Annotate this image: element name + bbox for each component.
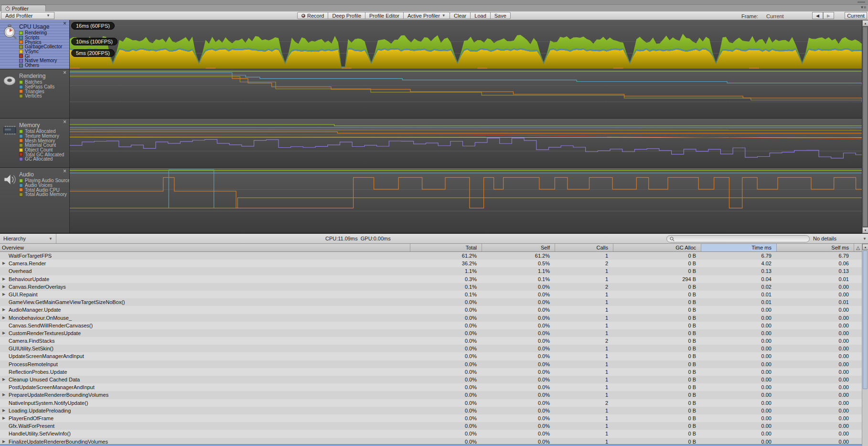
close-icon[interactable]: ×	[63, 119, 66, 125]
sort-prism-icon[interactable]: △	[854, 244, 862, 251]
table-row[interactable]: ▶BehaviourUpdate0.3%0.1%1294 B0.040.01	[0, 275, 862, 283]
table-row[interactable]: GUIUtility.SetSkin()0.0%0.0%10 B0.000.00	[0, 345, 862, 352]
rendering-legend: BatchesSetPass CallsTrianglesVertices	[19, 80, 69, 98]
expander-icon[interactable]: ▶	[2, 275, 5, 283]
scroll-up-icon[interactable]: ▲	[862, 20, 868, 26]
expander-icon[interactable]: ▶	[2, 414, 5, 422]
cpu-usage-panel[interactable]: × CPU Usage RenderingScriptsPhysicsGarba…	[0, 20, 69, 69]
horizontal-scrollbar-thumb[interactable]	[0, 444, 862, 446]
table-row[interactable]: ▶PlayerEndOfFrame0.0%0.0%10 B0.000.00	[0, 414, 862, 422]
table-row[interactable]: ProcessRemoteInput0.0%0.0%10 B0.000.00	[0, 360, 862, 368]
table-row[interactable]: ▶Loading.UpdatePreloading0.0%0.0%10 B0.0…	[0, 407, 862, 414]
pane-list-icon[interactable]: ≡	[864, 5, 867, 10]
color-swatch	[19, 80, 23, 84]
scroll-down-icon[interactable]: ▼	[862, 227, 868, 233]
load-button[interactable]: Load	[471, 12, 490, 19]
next-frame-icon: ▶	[827, 13, 830, 18]
cell-total: 0.1%	[410, 291, 482, 298]
cell-self-ms: 0.13	[776, 267, 854, 275]
next-frame-button[interactable]: ▶	[823, 12, 834, 19]
legend-item-total-audio-memory[interactable]: Total Audio Memory	[19, 192, 69, 197]
table-row[interactable]: ▶Canvas.RenderOverlays0.1%0.0%20 B0.020.…	[0, 283, 862, 291]
table-row[interactable]: WaitForTargetFPS61.2%61.2%10 B6.796.79	[0, 252, 862, 260]
memory-chart[interactable]	[69, 119, 862, 167]
column-header-gc-alloc[interactable]: GC Alloc	[613, 244, 701, 251]
table-row[interactable]: ▶Camera.Render36.2%0.5%20 B4.020.06	[0, 260, 862, 267]
expander-icon[interactable]: ▶	[2, 407, 5, 414]
table-row[interactable]: HandleUtility.SetViewInfo()0.0%0.0%10 B0…	[0, 430, 862, 437]
close-icon[interactable]: ×	[63, 168, 66, 174]
expander-icon[interactable]: ▶	[2, 314, 5, 322]
column-header-overview[interactable]: Overview	[0, 244, 410, 251]
cell-calls: 1	[555, 345, 613, 352]
current-frame-button[interactable]: Current	[845, 12, 867, 19]
rendering-chart[interactable]	[69, 69, 862, 118]
search-field[interactable]	[666, 235, 810, 242]
record-button[interactable]: Record	[297, 12, 328, 19]
cell-calls: 1	[555, 422, 613, 430]
table-row[interactable]: Canvas.SendWillRenderCanvases()0.0%0.0%1…	[0, 322, 862, 329]
table-row[interactable]: ▶Monobehaviour.OnMouse_0.0%0.0%10 B0.000…	[0, 314, 862, 322]
add-profiler-dropdown[interactable]: Add Profiler ▼	[1, 12, 54, 19]
close-icon[interactable]: ×	[63, 21, 66, 26]
cell-time-ms: 0.00	[701, 407, 776, 414]
search-input[interactable]	[676, 236, 806, 242]
table-scrollbar[interactable]: ▲	[862, 244, 868, 446]
record-icon	[301, 14, 305, 18]
table-row[interactable]: ▶GUI.Repaint0.1%0.0%10 B0.010.00	[0, 291, 862, 298]
column-header-self-ms[interactable]: Self ms	[776, 244, 854, 251]
cpu-usage-chart[interactable]: 16ms (60FPS)10ms (100FPS)5ms (200FPS)	[69, 20, 862, 69]
table-row[interactable]: GameView.GetMainGameViewTargetSizeNoBox(…	[0, 298, 862, 306]
close-icon[interactable]: ×	[63, 70, 66, 76]
column-header-calls[interactable]: Calls	[555, 244, 613, 251]
table-row[interactable]: ▶Cleanup Unused Cached Data0.0%0.0%10 B0…	[0, 376, 862, 383]
column-header-time-ms[interactable]: Time ms	[701, 244, 776, 251]
expander-icon[interactable]: ▶	[2, 391, 5, 399]
deep-profile-button[interactable]: Deep Profile	[328, 12, 365, 19]
cell-spacer	[854, 291, 862, 298]
audio-chart[interactable]	[69, 168, 862, 233]
prev-frame-button[interactable]: ◀	[812, 12, 823, 19]
table-row[interactable]: ▶CustomRenderTexturesUpdate0.0%0.0%10 B0…	[0, 329, 862, 337]
table-row[interactable]: ▶PrepareUpdateRendererBoundingVolumes0.0…	[0, 391, 862, 399]
cell-self: 0.0%	[482, 391, 555, 399]
legend-item-vertices[interactable]: Vertices	[19, 94, 69, 98]
column-header-self[interactable]: Self	[482, 244, 555, 251]
active-profiler-dropdown[interactable]: Active Profiler ▼	[404, 12, 450, 19]
table-row[interactable]: Camera.FindStacks0.0%0.0%20 B0.000.00	[0, 337, 862, 345]
fps-threshold-label: 16ms (60FPS)	[71, 22, 115, 30]
table-row[interactable]: UpdateScreenManagerAndInput0.0%0.0%10 B0…	[0, 352, 862, 360]
expander-icon[interactable]: ▶	[2, 283, 5, 291]
table-row[interactable]: Overhead1.1%1.1%10 B0.130.13	[0, 267, 862, 275]
expander-icon[interactable]: ▶	[2, 376, 5, 383]
audio-panel[interactable]: × Audio Playing Audio SourcesAudio Voice…	[0, 168, 69, 233]
expander-icon[interactable]: ▶	[2, 329, 5, 337]
table-row[interactable]: ReflectionProbes.Update0.0%0.0%10 B0.000…	[0, 368, 862, 376]
cell-self: 0.0%	[482, 383, 555, 391]
charts-scrollbar[interactable]: ▲ ▼	[862, 20, 868, 233]
save-button[interactable]: Save	[491, 12, 511, 19]
hierarchy-mode-dropdown[interactable]: Hierarchy ▼	[0, 234, 56, 243]
clear-button[interactable]: Clear	[450, 12, 471, 19]
legend-item-others[interactable]: Others	[19, 63, 69, 68]
cell-name: NativeInputSystem.NotifyUpdate()	[0, 399, 410, 407]
table-row[interactable]: NativeInputSystem.NotifyUpdate()0.0%0.0%…	[0, 399, 862, 407]
details-view-dropdown[interactable]: No details ▼	[813, 236, 867, 241]
expander-icon[interactable]: ▶	[2, 291, 5, 298]
tab-profiler[interactable]: Profiler	[1, 5, 46, 11]
expander-icon[interactable]: ▶	[2, 306, 5, 314]
cell-spacer	[854, 275, 862, 283]
table-row[interactable]: Gfx.WaitForPresent0.0%0.0%10 B0.000.00	[0, 422, 862, 430]
table-row[interactable]: ▶AudioManager.Update0.0%0.0%10 B0.000.00	[0, 306, 862, 314]
rendering-panel[interactable]: × Rendering BatchesSetPass CallsTriangle…	[0, 69, 69, 118]
profile-editor-button[interactable]: Profile Editor	[365, 12, 404, 19]
expander-icon[interactable]: ▶	[2, 260, 5, 267]
memory-panel[interactable]: × Memory Total AllocatedTexture MemoryMe…	[0, 119, 69, 167]
table-row[interactable]: PostUpdateScreenManagerAndInput0.0%0.0%1…	[0, 383, 862, 391]
cell-self: 0.0%	[482, 283, 555, 291]
legend-item-gc-allocated[interactable]: GC Allocated	[19, 157, 69, 162]
scrollbar-thumb[interactable]	[863, 27, 868, 227]
scrollbar-thumb[interactable]	[863, 250, 868, 389]
column-header-total[interactable]: Total	[410, 244, 482, 251]
scroll-up-icon[interactable]: ▲	[862, 244, 868, 250]
